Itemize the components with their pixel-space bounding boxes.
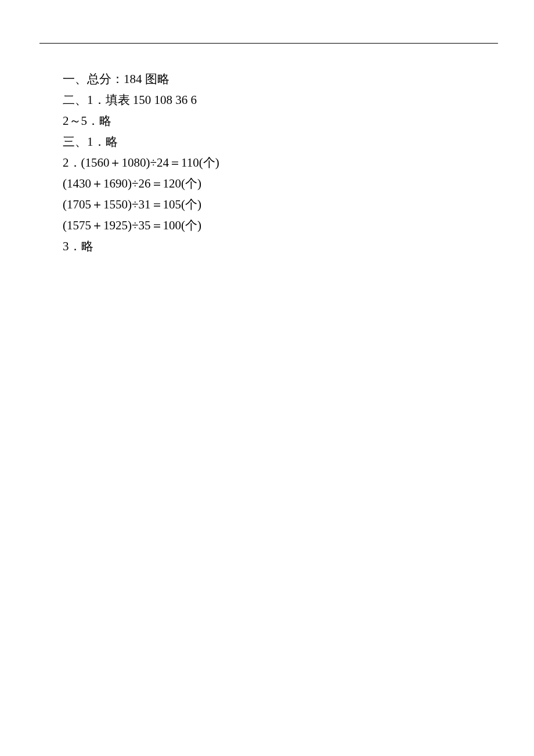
line-section-1: 一、总分：184 图略 [63,69,471,89]
line-section-2-item-1: 二、1．填表 150 108 36 6 [63,89,471,110]
line-section-3-item-3: 3．略 [63,236,471,257]
header-rule [39,43,498,44]
line-section-3-item-1: 三、1．略 [63,131,471,152]
page: 一、总分：184 图略 二、1．填表 150 108 36 6 2～5．略 三、… [0,0,534,756]
line-section-3-item-2-eq3: (1705＋1550)÷31＝105(个) [63,194,471,215]
line-section-3-item-2-eq2: (1430＋1690)÷26＝120(个) [63,173,471,194]
answer-key-content: 一、总分：184 图略 二、1．填表 150 108 36 6 2～5．略 三、… [63,69,471,257]
line-section-2-items-2-5: 2～5．略 [63,110,471,131]
line-section-3-item-2-eq1: 2．(1560＋1080)÷24＝110(个) [63,152,471,173]
line-section-3-item-2-eq4: (1575＋1925)÷35＝100(个) [63,215,471,236]
